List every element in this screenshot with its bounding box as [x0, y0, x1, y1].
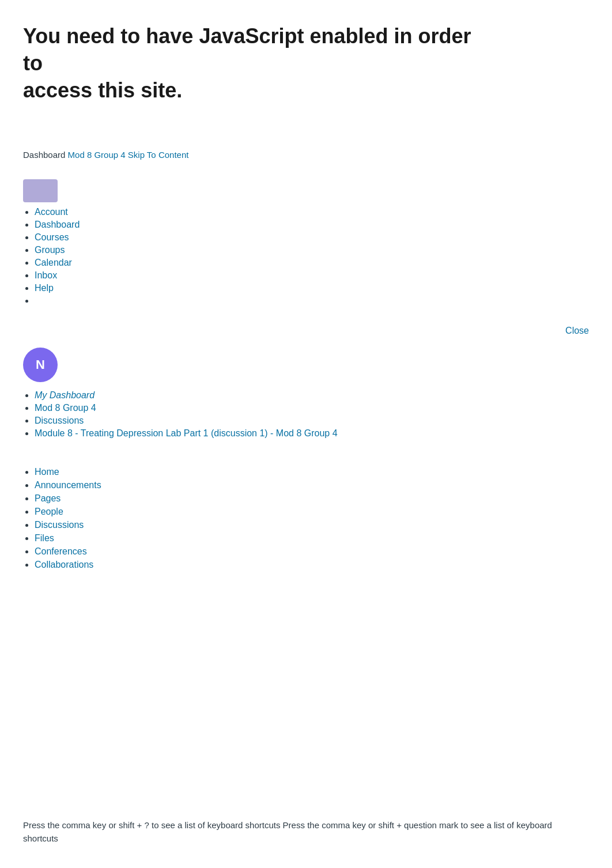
breadcrumb-module8[interactable]: Module 8 - Treating Depression Lab Part … — [35, 428, 338, 438]
home-link[interactable]: Home — [35, 467, 59, 477]
inbox-link[interactable]: Inbox — [35, 270, 57, 280]
breadcrumb-nav: My Dashboard Mod 8 Group 4 Discussions M… — [0, 390, 612, 452]
breadcrumb-mod8group4[interactable]: Mod 8 Group 4 — [35, 403, 96, 413]
close-area: Close — [0, 326, 612, 336]
breadcrumb-group-link[interactable]: Mod 8 Group 4 — [68, 150, 128, 160]
footer-text: Press the comma key or shift + ? to see … — [23, 819, 589, 845]
user-avatar-section: N — [0, 336, 612, 388]
breadcrumb-skip-link[interactable]: Skip To Content — [128, 150, 189, 160]
groups-link[interactable]: Groups — [35, 245, 65, 255]
help-link[interactable]: Help — [35, 283, 54, 293]
discussions-link[interactable]: Discussions — [35, 520, 84, 530]
breadcrumb-my-dashboard[interactable]: My Dashboard — [35, 390, 95, 400]
collaborations-link[interactable]: Collaborations — [35, 560, 93, 569]
announcements-link[interactable]: Announcements — [35, 480, 101, 490]
top-nav: Account Dashboard Courses Groups Calenda… — [0, 171, 612, 314]
conferences-link[interactable]: Conferences — [35, 546, 87, 556]
people-link[interactable]: People — [35, 507, 63, 516]
pages-link[interactable]: Pages — [35, 493, 61, 503]
avatar: N — [23, 348, 58, 382]
group-nav: Home Announcements Pages People Discussi… — [0, 452, 612, 584]
breadcrumb-discussions[interactable]: Discussions — [35, 416, 84, 425]
dashboard-link[interactable]: Dashboard — [35, 220, 80, 229]
courses-link[interactable]: Courses — [35, 232, 69, 242]
main-heading: You need to have JavaScript enabled in o… — [0, 0, 519, 115]
files-link[interactable]: Files — [35, 533, 54, 543]
calendar-link[interactable]: Calendar — [35, 258, 72, 267]
breadcrumb: Dashboard Mod 8 Group 4 Skip To Content — [0, 115, 612, 171]
account-link[interactable]: Account — [35, 207, 68, 217]
close-button[interactable]: Close — [565, 326, 589, 336]
avatar-placeholder — [23, 179, 58, 202]
